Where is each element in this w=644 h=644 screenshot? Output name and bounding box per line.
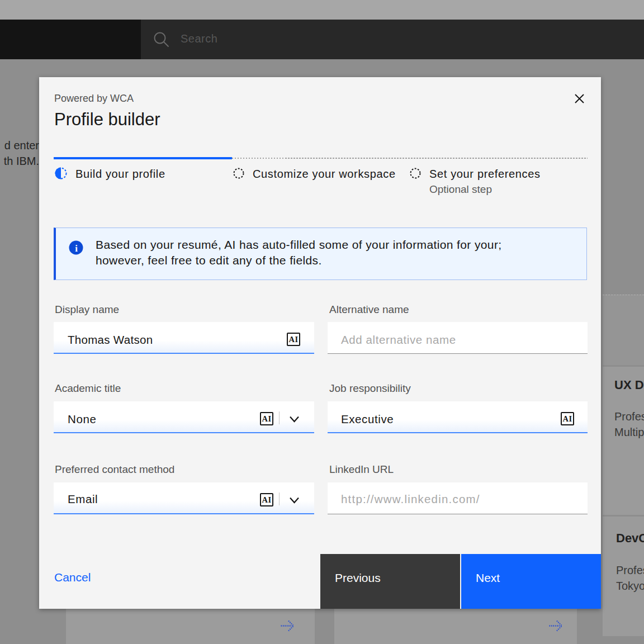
svg-text:i: i	[75, 243, 78, 254]
